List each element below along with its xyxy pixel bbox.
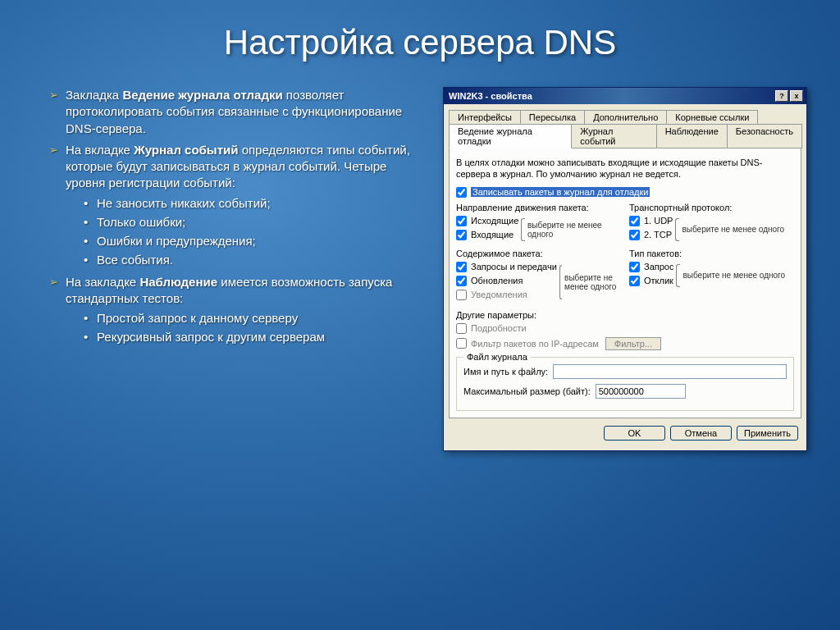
apply-button[interactable]: Применить — [737, 426, 798, 441]
help-button[interactable]: ? — [775, 90, 788, 102]
response-checkbox[interactable] — [629, 276, 640, 286]
notifications-checkbox[interactable] — [456, 290, 467, 300]
tab-advanced[interactable]: Дополнительно — [584, 110, 667, 125]
outgoing-checkbox[interactable] — [456, 216, 467, 226]
tab-monitoring[interactable]: Наблюдение — [656, 124, 728, 148]
size-input[interactable] — [596, 384, 686, 399]
bullet-2: На вкладке Журнал событий определяются т… — [49, 142, 427, 269]
slide-text: Закладка Ведение журнала отладки позволя… — [49, 87, 427, 451]
tab-debug-logging[interactable]: Ведение журнала отладки — [449, 124, 572, 148]
updates-checkbox[interactable] — [456, 276, 467, 286]
bullet-1: Закладка Ведение журнала отладки позволя… — [49, 87, 427, 137]
path-input[interactable] — [553, 364, 787, 379]
transport-title: Транспортный протокол: — [629, 203, 794, 212]
filter-button: Фильтр... — [605, 337, 661, 350]
tab-security[interactable]: Безопасность — [727, 124, 802, 148]
cancel-button[interactable]: Отмена — [670, 426, 732, 441]
main-checkbox-row: Записывать пакеты в журнал для отладки — [456, 187, 794, 198]
request-checkbox[interactable] — [629, 262, 640, 272]
bullet-3: На закладке Наблюдение имеется возможнос… — [49, 274, 427, 346]
ok-button[interactable]: OK — [604, 426, 665, 441]
log-packets-label: Записывать пакеты в журнал для отладки — [471, 187, 650, 197]
file-groupbox: Файл журнала Имя и путь к файлу: Максима… — [456, 357, 794, 411]
content-hint: выберите не менее одного — [564, 273, 621, 291]
properties-dialog: WIN2K3 - свойства ? x Интерфейсы Пересыл… — [443, 87, 807, 451]
packet-type-title: Тип пакетов: — [629, 249, 794, 258]
packet-type-hint: выберите не менее одного — [682, 271, 785, 280]
path-label: Имя и путь к файлу: — [463, 367, 548, 377]
tcp-checkbox[interactable] — [629, 230, 640, 240]
tab-forwarding[interactable]: Пересылка — [520, 110, 585, 125]
direction-title: Направление движения пакета: — [456, 203, 621, 212]
udp-checkbox[interactable] — [629, 216, 640, 226]
transport-hint: выберите не менее одного — [682, 225, 784, 234]
ip-filter-checkbox[interactable] — [456, 338, 467, 349]
titlebar[interactable]: WIN2K3 - свойства ? x — [444, 88, 806, 104]
titlebar-text: WIN2K3 - свойства — [449, 91, 774, 101]
slide-title: Настройка сервера DNS — [0, 0, 840, 62]
file-group-title: Файл журнала — [463, 352, 531, 362]
details-checkbox[interactable] — [456, 323, 467, 334]
log-packets-checkbox[interactable] — [456, 187, 467, 198]
tab-interfaces[interactable]: Интерфейсы — [449, 110, 521, 125]
content-title: Содержимое пакета: — [456, 249, 621, 258]
queries-checkbox[interactable] — [456, 262, 467, 272]
size-label: Максимальный размер (байт): — [463, 386, 591, 396]
description-text: В целях отладки можно записывать входящи… — [456, 157, 794, 180]
close-button[interactable]: x — [790, 90, 803, 102]
incoming-checkbox[interactable] — [456, 230, 467, 240]
other-title: Другие параметры: — [456, 310, 794, 320]
tab-root-hints[interactable]: Корневые ссылки — [666, 110, 758, 125]
tab-event-log[interactable]: Журнал событий — [571, 124, 656, 148]
direction-hint: выберите не менее одного — [527, 221, 621, 239]
